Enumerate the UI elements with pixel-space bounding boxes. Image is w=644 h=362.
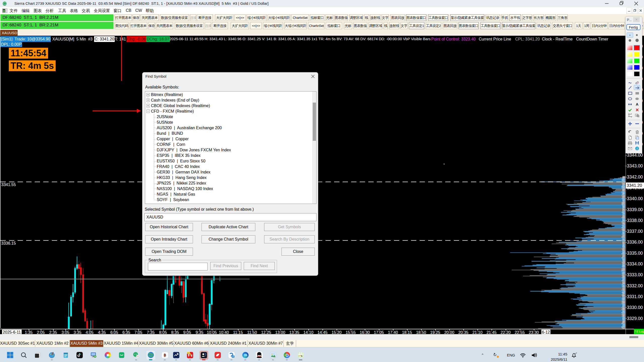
svg-text:z: z [576, 352, 577, 353]
svg-text:฿: ฿ [164, 353, 166, 357]
svg-text:A: A [636, 102, 638, 106]
svg-text:AI: AI [232, 356, 234, 357]
